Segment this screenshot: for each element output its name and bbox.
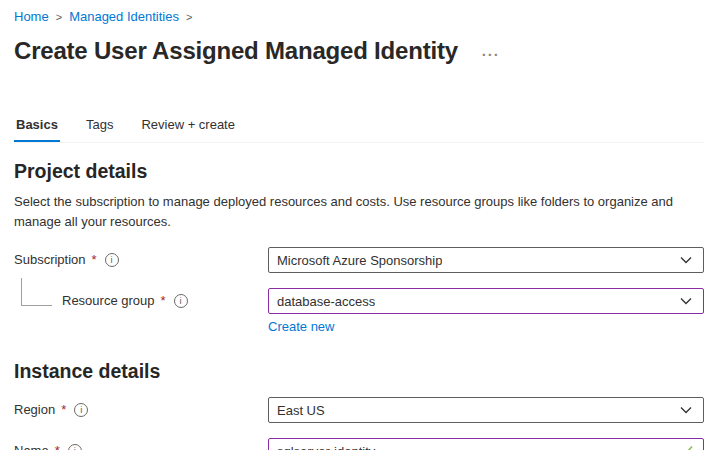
required-asterisk: *	[60, 402, 66, 417]
name-row: Name*	[14, 438, 704, 450]
region-row: Region* East US	[14, 397, 704, 423]
name-label: Name*	[14, 438, 268, 450]
project-details-heading: Project details	[14, 160, 704, 183]
tab-basics[interactable]: Basics	[14, 117, 60, 142]
title-row: Create User Assigned Managed Identity ··…	[14, 34, 704, 67]
required-asterisk: *	[160, 293, 166, 308]
chevron-down-icon	[679, 255, 693, 265]
breadcrumb-managed-identities-link[interactable]: Managed Identities	[69, 9, 179, 24]
resource-group-value: database-access	[277, 294, 375, 309]
tab-tags[interactable]: Tags	[84, 117, 115, 142]
chevron-down-icon	[679, 405, 693, 415]
basics-form: Subscription* Microsoft Azure Sponsorshi…	[14, 247, 704, 450]
required-asterisk: *	[91, 252, 97, 267]
region-label: Region*	[14, 397, 268, 417]
name-label-text: Name	[14, 443, 49, 450]
instance-details-heading: Instance details	[14, 360, 704, 383]
breadcrumb-separator-icon: >	[56, 10, 62, 23]
name-field-wrapper	[268, 438, 704, 450]
breadcrumb-home-link[interactable]: Home	[14, 9, 49, 24]
resource-group-dropdown[interactable]: database-access	[268, 288, 704, 314]
subscription-label-text: Subscription	[14, 252, 86, 267]
info-icon[interactable]	[105, 253, 119, 267]
resource-group-label-text: Resource group	[62, 293, 155, 308]
resource-group-connector-line	[21, 278, 52, 306]
tab-review-create[interactable]: Review + create	[139, 117, 237, 142]
breadcrumb: Home > Managed Identities >	[14, 8, 704, 25]
project-details-description: Select the subscription to manage deploy…	[14, 192, 676, 232]
info-icon[interactable]	[68, 444, 82, 450]
breadcrumb-separator-icon: >	[186, 10, 192, 23]
resource-group-label: Resource group*	[14, 288, 268, 308]
page: Home > Managed Identities > Create User …	[0, 0, 718, 450]
valid-check-icon	[679, 445, 694, 450]
subscription-dropdown[interactable]: Microsoft Azure Sponsorship	[268, 247, 704, 273]
subscription-row: Subscription* Microsoft Azure Sponsorshi…	[14, 247, 704, 273]
tab-bar: Basics Tags Review + create	[14, 117, 704, 143]
region-dropdown[interactable]: East US	[268, 397, 704, 423]
region-label-text: Region	[14, 402, 55, 417]
chevron-down-icon	[679, 296, 693, 306]
info-icon[interactable]	[74, 403, 88, 417]
more-menu-icon[interactable]: ···	[482, 50, 500, 60]
page-title: Create User Assigned Managed Identity	[14, 37, 458, 65]
create-new-row: Create new	[268, 319, 704, 334]
subscription-value: Microsoft Azure Sponsorship	[277, 253, 442, 268]
resource-group-row: Resource group* database-access	[14, 288, 704, 314]
required-asterisk: *	[54, 443, 60, 450]
create-new-link[interactable]: Create new	[268, 319, 334, 334]
name-input[interactable]	[277, 439, 673, 450]
region-value: East US	[277, 403, 325, 418]
info-icon[interactable]	[174, 294, 188, 308]
subscription-label: Subscription*	[14, 247, 268, 267]
